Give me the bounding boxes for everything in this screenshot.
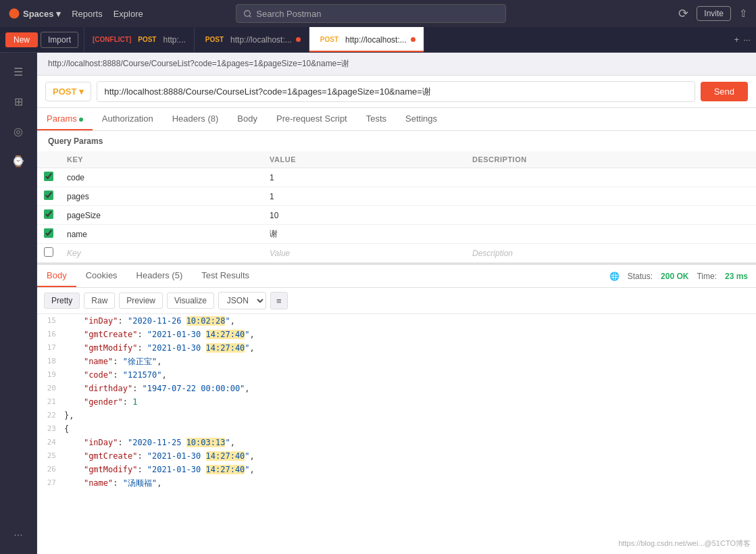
main-layout: ☰ ⊞ ◎ ⌚ ··· http://localhost:8888/Course… — [0, 53, 756, 554]
tab-settings[interactable]: Settings — [396, 108, 447, 130]
tab1-method: POST — [135, 35, 159, 44]
param-value-3[interactable]: 谢 — [263, 225, 465, 244]
tab-3[interactable]: POST http://localhost:... — [309, 27, 424, 52]
line-number: 23 — [37, 423, 64, 435]
line-number: 25 — [37, 450, 64, 462]
sidebar-item-apis[interactable]: ⊞ — [5, 88, 32, 115]
method-label: POST — [53, 86, 76, 97]
col-key: KEY — [60, 151, 263, 168]
search-placeholder: Search Postman — [256, 9, 321, 19]
send-button[interactable]: Send — [701, 82, 748, 101]
tab-1[interactable]: [CONFLICT] POST http:... — [84, 27, 195, 52]
resp-tab-headers[interactable]: Headers (5) — [127, 265, 193, 287]
sidebar: ☰ ⊞ ◎ ⌚ ··· — [0, 53, 37, 554]
add-tab-icon[interactable]: + — [734, 34, 740, 45]
tab3-method: POST — [318, 35, 341, 44]
line-content: }, — [64, 409, 756, 422]
param-checkbox-2[interactable] — [44, 209, 53, 219]
param-desc-0 — [465, 168, 756, 187]
tab2-dot — [296, 37, 301, 42]
tab3-dot — [411, 37, 415, 42]
method-select[interactable]: POST ▾ — [45, 82, 91, 101]
param-value-2[interactable]: 10 — [263, 206, 465, 225]
sidebar-more[interactable]: ··· — [5, 522, 32, 549]
param-checkbox-1[interactable] — [44, 191, 53, 200]
search-icon — [243, 9, 252, 18]
sidebar-item-collections[interactable]: ☰ — [5, 58, 32, 85]
line-content: "inDay": "2020-11-26 10:02:28", — [64, 315, 756, 327]
params-table-header: KEY VALUE DESCRIPTION — [37, 151, 756, 168]
format-select[interactable]: JSON HTML Text — [218, 292, 266, 309]
param-key-1[interactable]: pages — [60, 187, 263, 206]
sync-icon[interactable]: ⟳ — [678, 6, 688, 21]
line-content: "gender": 1 — [64, 396, 756, 408]
sidebar-item-environments[interactable]: ◎ — [5, 118, 32, 145]
tab-prerequest[interactable]: Pre-request Script — [267, 108, 357, 130]
tab-body[interactable]: Body — [228, 108, 267, 130]
resp-tab-cookies[interactable]: Cookies — [76, 265, 127, 287]
tab-bar: New Import [CONFLICT] POST http:... POST… — [0, 27, 756, 53]
col-description: DESCRIPTION — [465, 151, 756, 168]
param-key-2[interactable]: pageSize — [60, 206, 263, 225]
conflict-badge: [CONFLICT] — [93, 36, 131, 43]
view-raw[interactable]: Raw — [84, 293, 115, 309]
view-visualize[interactable]: Visualize — [167, 293, 214, 309]
nav-reports[interactable]: Reports — [72, 9, 103, 19]
param-value-0[interactable]: 1 — [263, 168, 465, 187]
resp-tab-test-results[interactable]: Test Results — [192, 265, 259, 287]
share-icon[interactable]: ⇧ — [739, 7, 748, 20]
request-panel: http://localhost:8888/Course/CourseList?… — [37, 53, 756, 554]
globe-icon: 🌐 — [609, 272, 620, 281]
url-breadcrumb: http://localhost:8888/Course/CourseList?… — [37, 53, 756, 76]
new-button[interactable]: New — [5, 32, 38, 47]
param-checkbox-0[interactable] — [44, 172, 53, 181]
sidebar-more-icon: ··· — [14, 529, 22, 541]
request-tabs-list: [CONFLICT] POST http:... POST http://loc… — [84, 27, 729, 52]
params-dot — [79, 118, 83, 122]
param-key-0[interactable]: code — [60, 168, 263, 187]
tab-bar-actions: New Import — [0, 27, 84, 52]
param-desc-1 — [465, 187, 756, 206]
param-checkbox-4[interactable] — [44, 247, 53, 257]
line-content: "gmtModify": "2021-01-30 14:27:40", — [64, 342, 756, 354]
tab-extra-actions: + ··· — [729, 27, 756, 52]
nav-explore[interactable]: Explore — [114, 9, 143, 19]
more-tabs-icon[interactable]: ··· — [743, 34, 751, 45]
line-content: "gmtCreate": "2021-01-30 14:27:40", — [64, 450, 756, 462]
request-tabs: Params Authorization Headers (8) Body Pr… — [37, 108, 756, 131]
view-preview[interactable]: Preview — [119, 293, 163, 309]
history-icon: ⌚ — [11, 155, 25, 168]
tab-authorization[interactable]: Authorization — [93, 108, 163, 130]
code-line: 25 "gmtCreate": "2021-01-30 14:27:40", — [37, 449, 756, 463]
search-bar[interactable]: Search Postman — [236, 4, 506, 23]
response-body: 15 "inDay": "2020-11-26 10:02:28",16 "gm… — [37, 314, 756, 554]
tab3-url: http://localhost:... — [345, 35, 407, 45]
tab-2[interactable]: POST http://localhost:... — [195, 27, 309, 52]
nav-spaces[interactable]: Spaces ▾ — [23, 9, 61, 19]
code-line: 21 "gender": 1 — [37, 395, 756, 409]
tab-params[interactable]: Params — [37, 108, 93, 130]
view-pretty[interactable]: Pretty — [44, 293, 80, 309]
param-desc-3 — [465, 225, 756, 244]
param-key-3[interactable]: name — [60, 225, 263, 244]
line-number: 15 — [37, 315, 64, 327]
tab1-url: http:... — [163, 35, 185, 45]
line-number: 16 — [37, 328, 64, 341]
invite-button[interactable]: Invite — [697, 6, 731, 21]
status-label: Status: — [628, 272, 653, 281]
import-button[interactable]: Import — [41, 32, 78, 48]
wrap-button[interactable]: ≡ — [270, 292, 288, 309]
code-line: 26 "gmtModify": "2021-01-30 14:27:40", — [37, 463, 756, 476]
tab-headers[interactable]: Headers (8) — [163, 108, 228, 130]
resp-tab-body[interactable]: Body — [37, 265, 76, 287]
param-value-1[interactable]: 1 — [263, 187, 465, 206]
code-line: 27 "name": "汤顺福", — [37, 476, 756, 490]
tab2-method: POST — [203, 35, 226, 44]
tab-tests[interactable]: Tests — [357, 108, 396, 130]
url-input[interactable] — [97, 81, 695, 102]
top-navigation: Spaces ▾ Reports Explore Search Postman … — [0, 0, 756, 27]
line-content: "gmtModify": "2021-01-30 14:27:40", — [64, 463, 756, 476]
sidebar-item-history[interactable]: ⌚ — [5, 147, 32, 174]
param-checkbox-3[interactable] — [44, 228, 53, 238]
line-number: 24 — [37, 436, 64, 449]
